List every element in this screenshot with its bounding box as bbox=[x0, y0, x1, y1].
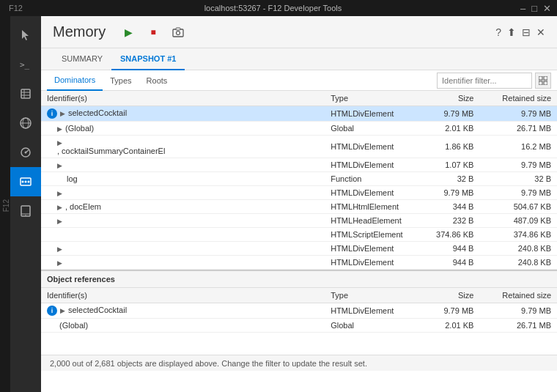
subtab-dominators[interactable]: Dominators bbox=[47, 70, 103, 91]
table-row[interactable]: ▶HTMLDivElement9.79 MB9.79 MB bbox=[41, 186, 557, 200]
cell-identifier: </span> bbox=[41, 228, 325, 242]
expand-arrow[interactable]: ▶ bbox=[57, 245, 62, 253]
nav-performance[interactable] bbox=[10, 138, 41, 167]
cell-retained: 26.71 MB bbox=[479, 319, 557, 333]
identifier-filter-input[interactable] bbox=[437, 73, 532, 89]
identifier-text: selectedCocktail bbox=[68, 108, 127, 117]
tab-summary[interactable]: SUMMARY bbox=[53, 48, 111, 70]
svg-rect-24 bbox=[544, 81, 547, 85]
close-devtools-button[interactable]: ✕ bbox=[536, 26, 545, 38]
expand-arrow[interactable]: ▶ bbox=[57, 125, 62, 133]
cell-identifier: i▶selectedCocktail bbox=[41, 106, 325, 122]
cell-type: Function bbox=[325, 172, 428, 186]
svg-rect-1 bbox=[21, 89, 30, 98]
cell-identifier: ▶ bbox=[41, 242, 325, 256]
expand-arrow[interactable]: ▶ bbox=[57, 259, 62, 267]
cell-identifier: log bbox=[41, 172, 325, 186]
table-row[interactable]: ▶(Global)Global2.01 KB26.71 MB bbox=[41, 122, 557, 136]
svg-rect-20 bbox=[176, 28, 180, 30]
identifier-text: log bbox=[67, 174, 78, 183]
obj-col-retained: Retained size bbox=[479, 288, 557, 303]
minimize-button[interactable]: – bbox=[520, 3, 525, 14]
cell-size: 9.79 MB bbox=[428, 106, 479, 122]
cell-type: Global bbox=[325, 122, 428, 136]
main-content: Memory ▶ ■ ? ⬆ ⊟ ✕ bbox=[41, 16, 557, 392]
cell-identifier: ▶(Global) bbox=[41, 122, 325, 136]
page-title: Memory bbox=[53, 23, 106, 40]
cell-size: 9.79 MB bbox=[428, 303, 479, 319]
help-button[interactable]: ? bbox=[495, 26, 501, 38]
cell-retained: 240.8 KB bbox=[479, 256, 557, 270]
obj-refs-table-body: i▶selectedCocktailHTMLDivElement9.79 MB9… bbox=[41, 303, 557, 333]
object-references-table: Identifier(s) Type Size Retained size bbox=[41, 288, 557, 333]
col-header-size: Size bbox=[428, 91, 479, 106]
table-row[interactable]: ▶, cocktailSummaryContainerElHTMLDivElem… bbox=[41, 136, 557, 158]
table-row[interactable]: ▶HTMLDivElement1.07 KB9.79 MB bbox=[41, 158, 557, 172]
nav-cursor[interactable] bbox=[10, 21, 41, 50]
table-row[interactable]: ▶HTMLDivElement944 B240.8 KB bbox=[41, 256, 557, 270]
table-row[interactable]: i▶selectedCocktailHTMLDivElement9.79 MB9… bbox=[41, 303, 557, 319]
tab-snapshot1[interactable]: SNAPSHOT #1 bbox=[111, 48, 185, 70]
expand-arrow[interactable]: ▶ bbox=[57, 162, 62, 169]
stop-button[interactable]: ■ bbox=[145, 24, 161, 40]
expand-arrow[interactable]: ▶ bbox=[57, 190, 62, 197]
cell-retained: 16.2 MB bbox=[479, 136, 557, 158]
view-button[interactable]: ⬆ bbox=[507, 26, 516, 38]
close-button[interactable]: ✕ bbox=[543, 3, 551, 14]
filter-area bbox=[437, 73, 551, 89]
cell-retained: 9.79 MB bbox=[479, 158, 557, 172]
subtab-roots[interactable]: Roots bbox=[139, 70, 175, 91]
cell-retained: 26.71 MB bbox=[479, 122, 557, 136]
table-row[interactable]: logFunction32 B32 B bbox=[41, 172, 557, 186]
subtab-types[interactable]: Types bbox=[103, 70, 139, 91]
cell-type: Global bbox=[325, 319, 428, 333]
expand-arrow[interactable]: ▶ bbox=[57, 218, 62, 225]
dominators-table: Identifier(s) Type Size Retained size bbox=[41, 91, 557, 270]
object-references-section: Object references Identifier(s) Type bbox=[41, 270, 557, 333]
nav-network[interactable] bbox=[10, 108, 41, 138]
f12-label: F12 bbox=[6, 4, 26, 12]
left-nav: >_ bbox=[10, 16, 41, 392]
nav-emulation[interactable] bbox=[10, 196, 41, 226]
grid-view-button[interactable] bbox=[535, 73, 551, 89]
cell-retained: 374.86 KB bbox=[479, 228, 557, 242]
nav-console[interactable]: >_ bbox=[10, 50, 41, 79]
cell-type: HTMLDivElement bbox=[325, 186, 428, 200]
obj-col-identifier: Identifier(s) bbox=[41, 288, 325, 303]
svg-point-13 bbox=[25, 181, 27, 183]
play-button[interactable]: ▶ bbox=[120, 24, 136, 40]
table-row[interactable]: </span>HTMLScriptElement374.86 KB374.86 … bbox=[41, 228, 557, 242]
cell-identifier: ▶ bbox=[41, 158, 325, 172]
cell-identifier: ▶ bbox=[41, 186, 325, 200]
header-tools: ? ⬆ ⊟ ✕ bbox=[495, 26, 545, 38]
expand-arrow[interactable]: ▶ bbox=[60, 110, 65, 117]
cell-type: HTMLDivElement bbox=[325, 136, 428, 158]
cell-type: HTMLHeadElement bbox=[325, 214, 428, 228]
table-row[interactable]: ▶HTMLDivElement944 B240.8 KB bbox=[41, 242, 557, 256]
snapshot-button[interactable] bbox=[170, 24, 186, 40]
table-row[interactable]: ▶HTMLHeadElement232 B487.09 KB bbox=[41, 214, 557, 228]
pin-button[interactable]: ⊟ bbox=[522, 26, 531, 38]
nav-debug[interactable] bbox=[10, 79, 41, 108]
nav-memory[interactable] bbox=[10, 167, 41, 196]
identifier-text: (Global) bbox=[59, 321, 88, 330]
table-container[interactable]: Identifier(s) Type Size Retained size bbox=[41, 91, 557, 355]
svg-point-14 bbox=[28, 181, 30, 183]
info-icon: i bbox=[47, 306, 57, 316]
cell-retained: 9.79 MB bbox=[479, 106, 557, 122]
status-text: 2,000 out of 2,681 objects are displayed… bbox=[50, 359, 367, 368]
maximize-button[interactable]: □ bbox=[531, 3, 537, 14]
table-row[interactable]: (Global)Global2.01 KB26.71 MB bbox=[41, 319, 557, 333]
svg-rect-22 bbox=[544, 76, 547, 80]
expand-arrow[interactable]: ▶ bbox=[57, 204, 62, 211]
table-row[interactable]: i▶selectedCocktailHTMLDivElement9.79 MB9… bbox=[41, 106, 557, 122]
cell-type: HTMLDivElement bbox=[325, 106, 428, 122]
svg-point-10 bbox=[25, 152, 27, 154]
expand-arrow[interactable]: ▶ bbox=[60, 307, 65, 314]
expand-arrow[interactable]: ▶ bbox=[57, 139, 62, 147]
cell-type: HTMLDivElement bbox=[325, 158, 428, 172]
col-header-identifier: Identifier(s) bbox=[41, 91, 325, 106]
svg-rect-15 bbox=[21, 206, 30, 216]
col-header-type: Type bbox=[325, 91, 428, 106]
table-row[interactable]: ▶, docElemHTMLHtmlElement344 B504.67 KB bbox=[41, 200, 557, 214]
